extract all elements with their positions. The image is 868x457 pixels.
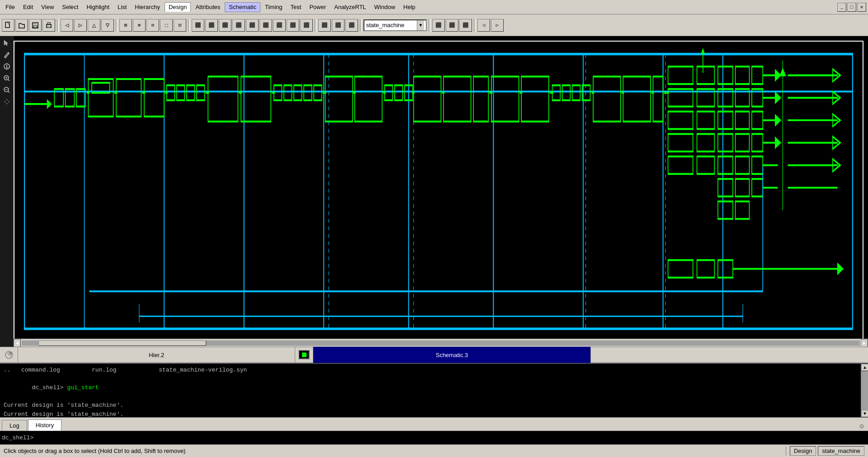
schematic-canvas[interactable] xyxy=(14,41,863,342)
history-tab[interactable]: History xyxy=(28,419,61,431)
zoom-full-button[interactable]: ⊟ xyxy=(174,19,186,32)
zoom-box-button[interactable]: ⬚ xyxy=(160,19,173,32)
console-scroll-track[interactable] xyxy=(861,371,868,410)
draw-tool[interactable] xyxy=(2,50,12,60)
status-message: Click objects or drag a box to select (H… xyxy=(0,448,786,454)
menubar: File Edit View Select Highlight List Hie… xyxy=(0,0,868,14)
btn-m[interactable]: ⬛ xyxy=(432,19,445,32)
btn-e[interactable]: ⬛ xyxy=(246,19,259,32)
back-button[interactable]: ◁ xyxy=(61,19,73,32)
svg-line-7 xyxy=(8,52,9,53)
status-indicator xyxy=(299,350,310,359)
btn-a[interactable]: ⬛ xyxy=(192,19,204,32)
menu-file[interactable]: File xyxy=(2,2,19,12)
menu-timing[interactable]: Timing xyxy=(261,2,286,12)
menu-analyzertl[interactable]: AnalyzeRTL xyxy=(330,2,370,12)
sep7 xyxy=(474,19,476,32)
btn-k[interactable]: ⬛ xyxy=(332,19,344,32)
console-scroll-up-button[interactable]: ▲ xyxy=(861,364,868,371)
zoom-in-button[interactable]: ⊕ xyxy=(133,19,146,32)
close-button[interactable]: ✕ xyxy=(857,3,866,12)
design-label: Design xyxy=(790,446,816,456)
log-tab[interactable]: Log xyxy=(2,420,27,431)
hier-tab[interactable]: Hier.2 xyxy=(18,347,295,363)
btn-j[interactable]: ⬛ xyxy=(318,19,331,32)
btn-g[interactable]: ⬛ xyxy=(273,19,286,32)
save-button[interactable] xyxy=(29,19,42,32)
menu-list[interactable]: List xyxy=(114,2,130,12)
menu-view[interactable]: View xyxy=(38,2,57,12)
menu-highlight[interactable]: Highlight xyxy=(83,2,113,12)
console-area: .. command.log run.log state_machine-ver… xyxy=(0,363,868,444)
menu-window[interactable]: Window xyxy=(371,2,399,12)
console-tabs: Log History ⚙ xyxy=(0,417,868,431)
maximize-button[interactable]: □ xyxy=(847,3,856,12)
btn-d[interactable]: ⬛ xyxy=(232,19,245,32)
btn-l[interactable]: ⬛ xyxy=(345,19,358,32)
menu-attributes[interactable]: Attributes xyxy=(192,2,224,12)
menu-help[interactable]: Help xyxy=(400,2,419,12)
menu-design[interactable]: Design xyxy=(165,2,191,12)
svg-line-15 xyxy=(8,91,9,93)
new-button[interactable] xyxy=(2,19,14,32)
console-line-3: Current design is 'state_machine'. xyxy=(4,401,864,410)
btn-f[interactable]: ⬛ xyxy=(259,19,272,32)
open-button[interactable] xyxy=(15,19,28,32)
scroll-right-button[interactable]: ▶ xyxy=(861,339,868,347)
scroll-track[interactable] xyxy=(22,340,860,346)
select-tool[interactable] xyxy=(2,38,12,48)
zoom-in-tool[interactable] xyxy=(2,73,12,83)
svg-text:i: i xyxy=(5,65,8,70)
menu-power[interactable]: Power xyxy=(306,2,330,12)
menu-edit[interactable]: Edit xyxy=(19,2,37,12)
design-dropdown[interactable]: state_machine ▼ xyxy=(363,19,427,31)
active-view-indicator xyxy=(295,347,313,363)
zoom-out-tool[interactable] xyxy=(2,85,12,95)
scroll-thumb[interactable] xyxy=(38,340,206,346)
svg-rect-3 xyxy=(33,26,37,28)
btn-p[interactable]: ◁ xyxy=(477,19,490,32)
svg-marker-156 xyxy=(8,352,12,356)
console-prompt-label: dc_shell> xyxy=(0,434,35,441)
info-tool[interactable]: i xyxy=(2,61,12,71)
console-input-field[interactable] xyxy=(35,434,868,441)
schematic-area[interactable]: i xyxy=(0,36,868,347)
minimize-button[interactable]: _ xyxy=(837,3,846,12)
svg-rect-2 xyxy=(33,23,36,24)
btn-b[interactable]: ⬛ xyxy=(205,19,218,32)
status-dot xyxy=(302,353,307,357)
console-input-area: dc_shell> xyxy=(0,431,868,444)
console-settings-icon[interactable]: ⚙ xyxy=(857,422,866,431)
zoom-fit-button[interactable]: ⊞ xyxy=(119,19,132,32)
menu-test[interactable]: Test xyxy=(287,2,305,12)
print-button[interactable] xyxy=(42,19,55,32)
sep5 xyxy=(360,19,362,32)
schematic-tab[interactable]: Schematic.3 xyxy=(313,347,590,363)
btn-o[interactable]: ⬛ xyxy=(459,19,472,32)
btn-h[interactable]: ⬛ xyxy=(287,19,299,32)
btn-q[interactable]: ▷ xyxy=(491,19,504,32)
btn-c[interactable]: ⬛ xyxy=(219,19,231,32)
sep4 xyxy=(315,19,316,32)
toolbar: ◁ ▷ △ ▽ ⊞ ⊕ ⊖ ⬚ ⊟ ⬛ ⬛ ⬛ ⬛ ⬛ ⬛ ⬛ ⬛ ⬛ ⬛ ⬛ … xyxy=(0,14,868,36)
svg-line-11 xyxy=(8,80,9,81)
forward-button[interactable]: ▷ xyxy=(74,19,87,32)
console-line-4: Current design is 'state_machine'. xyxy=(4,410,864,418)
zoom-out-button[interactable]: ⊖ xyxy=(146,19,159,32)
view-icon-area xyxy=(0,347,18,363)
pan-tool[interactable] xyxy=(2,97,12,107)
menu-schematic[interactable]: Schematic xyxy=(225,2,260,12)
horizontal-scrollbar[interactable]: ◀ ▶ xyxy=(14,339,868,347)
sep6 xyxy=(429,19,430,32)
up-button[interactable]: △ xyxy=(88,19,100,32)
console-scrollbar[interactable]: ▲ ▼ xyxy=(861,364,868,417)
console-line-1: .. command.log run.log state_machine-ver… xyxy=(4,366,864,375)
btn-n[interactable]: ⬛ xyxy=(446,19,458,32)
console-scroll-down-button[interactable]: ▼ xyxy=(861,410,868,417)
btn-i[interactable]: ⬛ xyxy=(300,19,313,32)
menu-select[interactable]: Select xyxy=(58,2,82,12)
scroll-left-button[interactable]: ◀ xyxy=(14,339,21,347)
schematic-diagram xyxy=(14,42,863,341)
down-button[interactable]: ▽ xyxy=(101,19,114,32)
menu-hierarchy[interactable]: Hierarchy xyxy=(131,2,164,12)
